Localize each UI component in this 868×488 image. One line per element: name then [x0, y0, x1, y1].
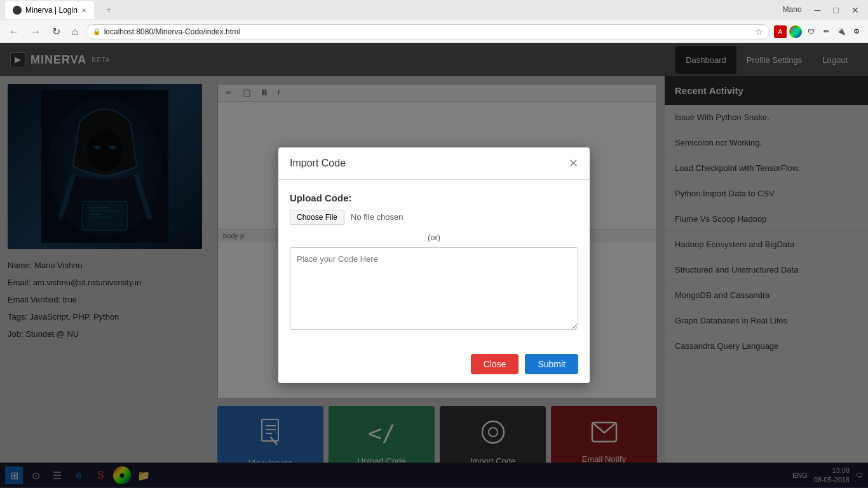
- modal-close-btn[interactable]: ✕: [569, 156, 578, 170]
- ext-icon-4[interactable]: ✏: [820, 25, 832, 38]
- ext-icon-6[interactable]: ⚙: [850, 25, 863, 38]
- nav-extensions: A 🌐 🛡 ✏ 🔌 ⚙: [774, 25, 863, 38]
- minimize-btn[interactable]: ─: [811, 4, 825, 17]
- modal-header: Import Code ✕: [278, 147, 590, 180]
- tab-close-btn[interactable]: ✕: [81, 7, 86, 14]
- page-content: ▶ MINERVA BETA Dashboard Profile Setting…: [0, 43, 868, 487]
- submit-modal-btn[interactable]: Submit: [525, 354, 578, 374]
- lock-icon: 🔒: [93, 28, 100, 35]
- modal-overlay[interactable]: Import Code ✕ Upload Code: Choose File N…: [0, 43, 868, 487]
- home-btn[interactable]: ⌂: [68, 25, 82, 39]
- address-bar[interactable]: 🔒 localhost:8080/Minerva-Code/index.html…: [86, 24, 770, 39]
- upload-label: Upload Code:: [290, 193, 578, 203]
- nav-bar: ← → ↻ ⌂ 🔒 localhost:8080/Minerva-Code/in…: [0, 20, 868, 43]
- browser-tab[interactable]: Minerva | Login ✕: [5, 1, 94, 19]
- ext-icon-5[interactable]: 🔌: [835, 25, 848, 38]
- tab-title: Minerva | Login: [25, 6, 78, 15]
- address-text: localhost:8080/Minerva-Code/index.html: [104, 27, 751, 36]
- back-btn[interactable]: ←: [5, 25, 23, 39]
- bookmark-icon[interactable]: ☆: [755, 27, 763, 37]
- modal-footer: Close Submit: [278, 345, 590, 383]
- ext-icon-3[interactable]: 🛡: [804, 25, 817, 38]
- ext-icon-1[interactable]: A: [774, 25, 787, 38]
- tab-favicon: [13, 6, 22, 15]
- close-btn[interactable]: ✕: [848, 4, 863, 17]
- ext-icon-2[interactable]: 🌐: [789, 25, 802, 38]
- or-divider: (or): [290, 233, 578, 242]
- new-tab-btn[interactable]: +: [99, 1, 119, 19]
- no-file-text: No file chosen: [351, 212, 403, 222]
- window-user: Mano: [779, 4, 806, 17]
- window-controls: Mano ─ □ ✕: [779, 4, 863, 17]
- modal-body: Upload Code: Choose File No file chosen …: [278, 180, 590, 345]
- refresh-btn[interactable]: ↻: [48, 24, 64, 39]
- file-upload-row: Choose File No file chosen: [290, 210, 578, 225]
- import-code-modal: Import Code ✕ Upload Code: Choose File N…: [278, 147, 590, 383]
- maximize-btn[interactable]: □: [830, 4, 843, 17]
- forward-btn[interactable]: →: [27, 25, 44, 39]
- modal-title: Import Code: [290, 158, 346, 169]
- close-modal-btn[interactable]: Close: [471, 354, 519, 374]
- title-bar: Minerva | Login ✕ + Mano ─ □ ✕: [0, 0, 868, 20]
- code-textarea[interactable]: [290, 247, 578, 330]
- choose-file-btn[interactable]: Choose File: [290, 210, 344, 225]
